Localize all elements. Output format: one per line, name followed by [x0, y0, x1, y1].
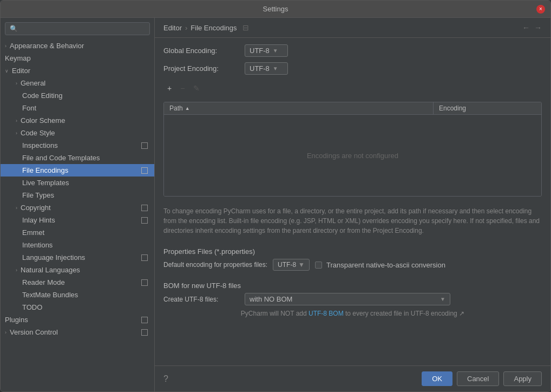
- sidebar-item-inlay-hints[interactable]: Inlay Hints: [1, 214, 154, 226]
- add-path-button[interactable]: +: [163, 82, 175, 94]
- dialog-buttons: OK Cancel Apply: [422, 371, 542, 386]
- bookmark-icon[interactable]: ⊟: [242, 23, 249, 32]
- sidebar-item-file-code-templates[interactable]: File and Code Templates: [1, 152, 154, 164]
- edit-path-button[interactable]: ✎: [189, 82, 204, 94]
- settings-panel: Global Encoding: UTF-8 ▼ Project Encodin…: [155, 38, 550, 365]
- bom-info: PyCharm will NOT add UTF-8 BOM to every …: [163, 310, 542, 317]
- sidebar-item-label: Emmet: [22, 228, 44, 237]
- empty-table-message: Encodings are not configured: [307, 152, 398, 160]
- dropdown-arrow-icon: ▼: [298, 261, 305, 269]
- sidebar-item-inspections[interactable]: Inspections: [1, 139, 154, 152]
- help-button[interactable]: ?: [163, 374, 168, 384]
- dialog-title: Settings: [263, 5, 288, 13]
- bom-info-suffix: to every created file in UTF-8 encoding …: [344, 310, 464, 317]
- settings-icon: [141, 217, 148, 224]
- sidebar-item-label: Version Control: [10, 328, 58, 336]
- sidebar-item-todo[interactable]: TODO: [1, 301, 154, 313]
- main-content: › Appearance & Behavior Keymap ∨ Editor …: [1, 18, 550, 391]
- sidebar-item-file-encodings[interactable]: File Encodings: [1, 164, 154, 177]
- search-input[interactable]: [5, 22, 150, 35]
- project-encoding-value: UTF-8: [250, 64, 270, 73]
- close-button[interactable]: ×: [536, 5, 545, 14]
- bom-section: BOM for new UTF-8 files Create UTF-8 fil…: [163, 279, 542, 321]
- global-encoding-row: Global Encoding: UTF-8 ▼: [163, 44, 542, 57]
- encoding-column-header[interactable]: Encoding: [433, 102, 541, 114]
- sidebar-item-textmate-bundles[interactable]: TextMate Bundles: [1, 289, 154, 301]
- sidebar-item-label: File Encodings: [22, 166, 68, 174]
- cancel-button[interactable]: Cancel: [457, 371, 499, 386]
- sidebar-item-general[interactable]: › General: [1, 77, 154, 89]
- sidebar-item-label: Inspections: [22, 141, 58, 149]
- settings-icon: [141, 167, 148, 174]
- dropdown-arrow-icon: ▼: [273, 48, 278, 54]
- global-encoding-label: Global Encoding:: [163, 47, 239, 55]
- transparent-checkbox-label: Transparent native-to-ascii conversion: [326, 261, 445, 269]
- settings-dialog: Settings × › Appearance & Behavior Keyma…: [0, 0, 551, 392]
- chevron-icon: ›: [16, 205, 17, 211]
- sidebar-item-label: Code Editing: [22, 92, 62, 100]
- global-encoding-dropdown[interactable]: UTF-8 ▼: [245, 44, 288, 57]
- properties-encoding-value: UTF-8: [278, 261, 296, 269]
- bom-subsection: Create UTF-8 files: with NO BOM ▼ PyChar…: [163, 290, 542, 321]
- chevron-icon: ›: [5, 43, 6, 49]
- sidebar-item-label: Editor: [12, 67, 30, 75]
- sidebar-item-version-control[interactable]: › Version Control: [1, 326, 154, 338]
- sidebar-item-copyright[interactable]: › Copyright: [1, 201, 154, 214]
- sidebar-item-keymap[interactable]: Keymap: [1, 52, 154, 64]
- properties-section-title: Properties Files (*.properties): [163, 247, 542, 256]
- breadcrumb-parent: Editor: [163, 24, 182, 32]
- properties-encoding-dropdown[interactable]: UTF-8 ▼: [273, 259, 310, 271]
- dropdown-arrow-icon: ▼: [273, 66, 278, 71]
- sidebar-item-label: TODO: [22, 303, 42, 311]
- create-utf8-row: Create UTF-8 files: with NO BOM ▼: [163, 293, 542, 305]
- apply-button[interactable]: Apply: [503, 371, 542, 386]
- properties-subsection: Default encoding for properties files: U…: [163, 256, 542, 274]
- bom-link[interactable]: UTF-8 BOM: [309, 310, 344, 317]
- sidebar-item-live-templates[interactable]: Live Templates: [1, 177, 154, 189]
- sidebar-item-language-injections[interactable]: Language Injections: [1, 251, 154, 264]
- table-body: Encodings are not configured: [164, 115, 541, 196]
- dropdown-arrow-icon: ▼: [440, 296, 445, 302]
- chevron-icon: ∨: [5, 68, 9, 74]
- sidebar-item-color-scheme[interactable]: › Color Scheme: [1, 114, 154, 127]
- project-encoding-dropdown[interactable]: UTF-8 ▼: [245, 62, 288, 75]
- sidebar-item-plugins[interactable]: Plugins: [1, 313, 154, 326]
- sidebar-item-label: Reader Mode: [22, 278, 65, 286]
- settings-icon: [141, 205, 148, 211]
- sidebar-item-code-editing[interactable]: Code Editing: [1, 89, 154, 102]
- breadcrumb-nav: ← →: [522, 23, 542, 32]
- title-bar: Settings ×: [1, 1, 550, 18]
- breadcrumb-current: File Encodings: [191, 24, 237, 32]
- transparent-checkbox-row: Transparent native-to-ascii conversion: [315, 261, 445, 269]
- sidebar-item-label: TextMate Bundles: [22, 291, 78, 299]
- sidebar-item-label: General: [21, 79, 45, 87]
- sidebar-item-label: File Types: [22, 191, 54, 199]
- forward-icon[interactable]: →: [534, 23, 542, 32]
- sidebar-item-natural-languages[interactable]: › Natural Languages: [1, 264, 154, 276]
- bottom-bar: ? OK Cancel Apply: [155, 365, 550, 391]
- sidebar-item-label: Copyright: [21, 204, 51, 212]
- sidebar-item-code-style[interactable]: › Code Style: [1, 127, 154, 139]
- transparent-checkbox[interactable]: [315, 262, 322, 269]
- sidebar-item-label: Live Templates: [22, 179, 69, 187]
- sidebar-item-label: Color Scheme: [21, 116, 65, 125]
- remove-path-button[interactable]: −: [176, 82, 188, 94]
- sidebar-item-intentions[interactable]: Intentions: [1, 239, 154, 251]
- ok-button[interactable]: OK: [422, 371, 452, 386]
- default-encoding-row: Default encoding for properties files: U…: [163, 259, 542, 271]
- properties-section: Properties Files (*.properties) Default …: [163, 245, 542, 274]
- path-column-header[interactable]: Path ▲: [164, 102, 433, 114]
- back-icon[interactable]: ←: [522, 23, 530, 32]
- settings-icon: [141, 142, 148, 149]
- sidebar-item-reader-mode[interactable]: Reader Mode: [1, 276, 154, 289]
- breadcrumb-separator: ›: [185, 24, 187, 32]
- bom-dropdown[interactable]: with NO BOM ▼: [245, 293, 450, 305]
- chevron-icon: ›: [16, 267, 17, 273]
- sidebar-item-appearance[interactable]: › Appearance & Behavior: [1, 40, 154, 52]
- sidebar-item-font[interactable]: Font: [1, 102, 154, 114]
- sidebar-item-editor[interactable]: ∨ Editor: [1, 64, 154, 77]
- chevron-icon: ›: [5, 330, 6, 335]
- sidebar-item-emmet[interactable]: Emmet: [1, 226, 154, 239]
- sidebar: › Appearance & Behavior Keymap ∨ Editor …: [1, 18, 155, 391]
- sidebar-item-file-types[interactable]: File Types: [1, 189, 154, 201]
